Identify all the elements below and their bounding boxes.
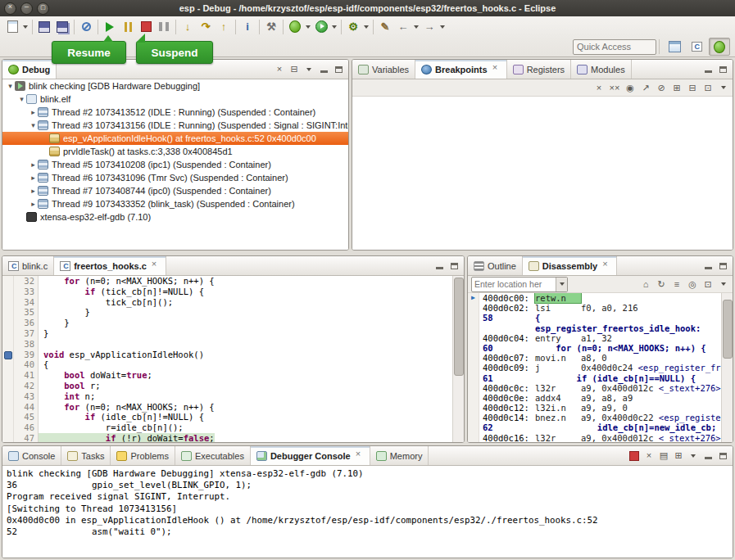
disconnect-button[interactable] xyxy=(155,19,173,35)
minimize[interactable] xyxy=(702,63,714,76)
step-return-button[interactable]: ↑ xyxy=(215,19,233,35)
disassembly-line[interactable]: 58{ xyxy=(468,313,722,323)
disassembly-area[interactable]: ▶400d0c00:retw.n400d0c02:lsif0, a0, 2165… xyxy=(468,293,722,443)
tab-debugger-console[interactable]: Debugger Console xyxy=(251,446,370,465)
debug-perspective-button[interactable] xyxy=(709,38,730,56)
minimize[interactable] xyxy=(702,449,714,463)
back-button[interactable]: ← xyxy=(394,19,412,35)
code-line[interactable]: 44 for (n=0; n<MAX_HOOKS; n++) { xyxy=(2,402,453,413)
external-tools-button[interactable]: ⚙ xyxy=(344,19,362,35)
sync-with-active-debug-context[interactable]: ⊡ xyxy=(702,278,714,291)
tree-expanded-arrow[interactable]: ▾ xyxy=(29,121,38,129)
open-console[interactable]: ⊞ xyxy=(673,449,684,463)
save-all-button[interactable] xyxy=(53,19,71,35)
debug-tree-item[interactable]: ▸Thread #7 1073408744 (ipc0) (Suspended … xyxy=(2,184,348,197)
maximize[interactable] xyxy=(333,63,344,76)
tab-modules[interactable]: Modules xyxy=(571,60,632,79)
code-line[interactable]: 40{ xyxy=(2,359,453,370)
code-line[interactable]: 32 for (n=0; n<MAX_HOOKS; n++) { xyxy=(2,276,453,287)
tab-tasks[interactable]: Tasks xyxy=(61,446,111,465)
remove-launch[interactable]: × xyxy=(643,449,655,463)
location-dropdown-button[interactable] xyxy=(556,278,567,291)
tab-outline[interactable]: Outline xyxy=(468,256,523,275)
annotation-ruler-cell[interactable] xyxy=(2,370,14,381)
remove-all-breakpoints[interactable]: ×× xyxy=(609,81,620,94)
back-menu-button[interactable] xyxy=(412,19,420,35)
close-tab-icon[interactable] xyxy=(602,262,610,270)
annotation-ruler-cell[interactable] xyxy=(2,402,14,413)
tab-breakpoints[interactable]: Breakpoints xyxy=(415,60,507,79)
debug-tree[interactable]: ▾blink checking [GDB Hardware Debugging]… xyxy=(2,79,348,251)
close-tab-icon[interactable] xyxy=(152,262,160,270)
close-window-icon[interactable] xyxy=(4,2,16,15)
code-area[interactable]: 32 for (n=0; n<MAX_HOOKS; n++) {33 if (t… xyxy=(2,276,453,443)
annotation-ruler-cell[interactable] xyxy=(2,381,14,391)
code-line[interactable]: 38 xyxy=(2,339,453,350)
maximize[interactable] xyxy=(717,63,728,76)
home[interactable]: ⌂ xyxy=(640,278,651,291)
debug-tree-item[interactable]: esp_vApplicationIdleHook() at freertos_h… xyxy=(2,132,348,145)
code-line[interactable]: 41 bool doWait=true; xyxy=(2,370,453,381)
annotation-ruler-cell[interactable] xyxy=(2,328,14,339)
disassembly-line[interactable]: ▶400d0c00:retw.n xyxy=(468,293,722,303)
tab-debug[interactable]: Debug xyxy=(2,60,57,79)
quick-access-input[interactable] xyxy=(573,39,656,55)
disassembly-line[interactable]: 400d0c0c:l32ra9, 0x400d012c <_stext+276> xyxy=(468,383,722,393)
track-expression[interactable]: ◎ xyxy=(687,278,698,291)
debug-tree-item[interactable]: ▸Thread #6 1073431096 (Tmr Svc) (Suspend… xyxy=(2,171,348,184)
suspend-button[interactable] xyxy=(119,19,137,35)
collapse-all[interactable]: ⊟ xyxy=(288,63,300,76)
annotation-ruler-cell[interactable] xyxy=(2,350,14,360)
editor-scrollbar[interactable] xyxy=(452,276,464,443)
run-menu-button[interactable] xyxy=(330,19,338,35)
disassembly-line[interactable]: esp_register_freertos_idle_hook: xyxy=(468,323,722,333)
disassembly-body[interactable]: ▶400d0c00:retw.n400d0c02:lsif0, a0, 2165… xyxy=(468,293,733,443)
tab-console[interactable]: Console xyxy=(2,446,61,465)
code-line[interactable]: 42 bool r; xyxy=(2,381,453,391)
minimize[interactable] xyxy=(433,260,445,273)
debug-tree-item[interactable]: ▾blink checking [GDB Hardware Debugging] xyxy=(2,79,348,93)
close-tab-icon[interactable] xyxy=(356,452,364,460)
tab-problems[interactable]: Problems xyxy=(111,446,175,465)
skip-all-breakpoints-button[interactable] xyxy=(77,19,95,35)
tree-collapsed-arrow[interactable]: ▸ xyxy=(29,200,38,208)
tree-expanded-arrow[interactable]: ▾ xyxy=(6,82,15,90)
annotation-ruler-cell[interactable] xyxy=(2,318,14,328)
minimize-window-icon[interactable] xyxy=(20,2,33,15)
disassembly-scrollbar-thumb[interactable] xyxy=(723,300,733,359)
clear-console[interactable]: ▤ xyxy=(658,449,669,463)
last-edit-location-button[interactable]: ✎ xyxy=(376,19,394,35)
terminate[interactable] xyxy=(628,449,640,463)
tab-memory[interactable]: Memory xyxy=(370,446,429,465)
refresh-view[interactable]: ↻ xyxy=(656,278,667,291)
debug-tree-item[interactable]: prvIdleTask() at tasks.c:3,338 0x400845d… xyxy=(2,145,348,158)
debug-tree-item[interactable]: ▾blink.elf xyxy=(2,93,348,106)
annotation-ruler-cell[interactable] xyxy=(2,412,14,422)
annotation-ruler-cell[interactable] xyxy=(2,287,14,297)
code-line[interactable]: 37} xyxy=(2,328,453,339)
tab-freertos-hooks-c[interactable]: freertos_hooks.c xyxy=(54,256,166,275)
terminate-button[interactable] xyxy=(137,19,155,35)
maximize-window-icon[interactable] xyxy=(37,2,49,15)
tree-collapsed-arrow[interactable]: ▸ xyxy=(29,108,38,116)
code-line[interactable]: 35 } xyxy=(2,307,453,318)
debug-menu-button[interactable] xyxy=(304,19,312,35)
code-line[interactable]: 47 if (!r) doWait=false; xyxy=(2,433,453,443)
location-input[interactable] xyxy=(472,278,556,291)
annotation-ruler-cell[interactable] xyxy=(2,339,14,350)
external-tools-menu-button[interactable] xyxy=(362,19,370,35)
disassembly-line[interactable]: 400d0c02:lsif0, a0, 216 xyxy=(468,303,722,313)
annotation-ruler-cell[interactable] xyxy=(2,359,14,370)
debug-button[interactable] xyxy=(286,19,304,35)
tab-registers[interactable]: Registers xyxy=(507,60,571,79)
display-selected-console-menu[interactable] xyxy=(687,449,699,463)
step-into-button[interactable]: ↓ xyxy=(179,19,197,35)
maximize[interactable] xyxy=(717,260,728,273)
skip-all-breakpoints[interactable]: ⊘ xyxy=(656,81,667,94)
remove-selected-breakpoints[interactable]: × xyxy=(593,81,605,94)
maximize[interactable] xyxy=(448,260,460,273)
annotation-ruler-cell[interactable] xyxy=(2,276,14,287)
disassembly-scrollbar[interactable] xyxy=(721,293,733,443)
annotation-ruler-cell[interactable] xyxy=(2,433,14,443)
disassembly-line[interactable]: 400d0c12:l32i.na9, a9, 0 xyxy=(468,403,722,413)
